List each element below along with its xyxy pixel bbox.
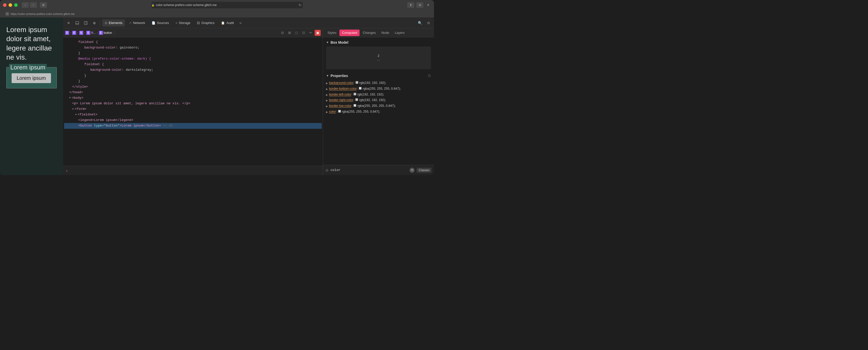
filter-icon: ⊙ xyxy=(326,168,329,172)
prop-colon: : xyxy=(351,92,352,97)
prop-name-border-left-color[interactable]: border-left-color xyxy=(329,92,351,97)
tab-url: https://color-scheme-prefers-color-schem… xyxy=(10,12,75,16)
tab-elements[interactable]: ⊞ Elements xyxy=(102,20,125,27)
close-devtools-button[interactable]: ✕ xyxy=(65,20,72,27)
prop-expand-arrow[interactable]: ▶ xyxy=(326,87,328,91)
color-swatch-1[interactable] xyxy=(355,81,358,84)
tab-graphics[interactable]: 🖼 Graphics xyxy=(194,20,217,27)
tab-node[interactable]: Node xyxy=(379,30,392,36)
url-text: color-scheme-prefers-color-scheme.glitch… xyxy=(156,3,217,7)
sidebar-button[interactable]: ⊞ xyxy=(40,2,47,8)
properties-options-icon[interactable]: ⊙ xyxy=(428,73,431,78)
prop-name-color[interactable]: color xyxy=(329,109,336,114)
more-tabs-button[interactable]: » xyxy=(238,20,243,26)
settings-button[interactable]: ⚙ xyxy=(425,20,432,27)
prop-value-border-bottom-color: rgba(255, 255, 255, 0.847); xyxy=(363,86,401,91)
code-line: </head> xyxy=(64,90,322,95)
address-bar[interactable]: 🔒 color-scheme-prefers-color-scheme.glit… xyxy=(151,2,303,8)
tab-audit[interactable]: 📋 Audit xyxy=(218,20,237,27)
breadcrumb-arrow-3: › xyxy=(84,31,85,35)
fieldset-demo: Lorem ipsum Lorem ipsum xyxy=(6,67,57,88)
code-line: @media (prefers-color-scheme: dark) { xyxy=(64,56,322,62)
collapse-arrow[interactable]: ▼ xyxy=(69,96,71,100)
dock-side-button[interactable] xyxy=(82,20,89,27)
properties-title: Properties xyxy=(331,74,348,78)
code-text: } xyxy=(78,51,80,56)
breadcrumb-item-2[interactable]: E xyxy=(72,31,76,35)
code-text: @media (prefers-color-scheme: dark) { xyxy=(78,56,151,62)
html-code-viewer: fieldset { background-color : gainsboro;… xyxy=(63,37,323,166)
prop-value-color: rgba(255, 255, 255, 0.847); xyxy=(342,109,380,114)
minimize-button[interactable] xyxy=(8,3,12,7)
code-text: <legend>Lorem ipsum</legend> xyxy=(78,117,133,123)
prop-name-border-right-color[interactable]: border-right-color xyxy=(329,98,353,103)
element-badge-5: E xyxy=(99,31,103,35)
legend-text: Lorem ipsum xyxy=(9,64,47,71)
code-line: } xyxy=(64,51,322,56)
new-tab-icon[interactable]: ⧉ xyxy=(416,2,424,8)
inspect-element-button[interactable]: ⊕ xyxy=(91,20,98,27)
tab-network[interactable]: ↗ Network xyxy=(126,20,148,27)
tab-sources[interactable]: 📄 Sources xyxy=(149,20,172,27)
code-text: } xyxy=(84,73,86,79)
grid-tool-3[interactable]: ◻ xyxy=(293,30,300,36)
color-swatch-4[interactable] xyxy=(355,98,358,101)
back-button[interactable]: ‹ xyxy=(22,2,29,8)
page-paragraph: Lorem ipsum dolor sit amet, legere ancil… xyxy=(6,25,57,62)
dock-bottom-button[interactable] xyxy=(74,20,81,27)
tab-styles[interactable]: Styles xyxy=(325,30,339,36)
collapse-arrow[interactable]: ▼ xyxy=(72,107,74,111)
demo-button[interactable]: Lorem ipsum xyxy=(11,73,51,83)
code-text: <p> Lorem ipsum dolor sit amet, legere a… xyxy=(72,101,190,106)
maximize-button[interactable] xyxy=(14,3,18,7)
share-button[interactable]: ⬆ xyxy=(407,2,414,8)
tab-storage[interactable]: ≡ Storage xyxy=(173,20,193,27)
collapse-arrow[interactable]: ▼ xyxy=(75,113,77,117)
grid-tool-4[interactable]: ⊡ xyxy=(301,30,307,36)
breadcrumb-item-5[interactable]: E button xyxy=(99,31,112,35)
box-model-section-header[interactable]: ▼ Box Model xyxy=(326,40,431,45)
tab-changes[interactable]: Changes xyxy=(360,30,378,36)
color-swatch-6[interactable] xyxy=(338,110,341,113)
prop-expand-arrow[interactable]: ▶ xyxy=(326,98,328,102)
color-swatch-2[interactable] xyxy=(359,87,362,90)
tab-layers[interactable]: Layers xyxy=(392,30,407,36)
grid-tool-1[interactable]: ⊟ xyxy=(279,30,285,36)
tab-elements-label: Elements xyxy=(109,21,122,25)
prop-name-border-top-color[interactable]: border-top-color xyxy=(329,104,351,108)
grid-tool-2[interactable]: ⊠ xyxy=(286,30,292,36)
properties-section-header[interactable]: ▼ Properties ⊙ xyxy=(326,73,431,78)
title-bar-right: ⬆ ⧉ + xyxy=(407,2,431,8)
breadcrumb-arrow-1: › xyxy=(70,31,71,35)
filter-input[interactable] xyxy=(331,168,407,172)
graphics-icon: 🖼 xyxy=(197,21,200,25)
close-button[interactable] xyxy=(3,3,6,7)
breadcrumb-item-1[interactable]: E xyxy=(65,31,69,35)
prop-expand-arrow[interactable]: ▶ xyxy=(326,104,328,108)
active-tab[interactable]: C https://color-scheme-prefers-color-sch… xyxy=(3,10,77,18)
prop-expand-arrow[interactable]: ▶ xyxy=(326,81,328,85)
filter-clear-button[interactable]: ✕ xyxy=(409,168,414,173)
selected-code-line[interactable]: <button type ="button" >Lorem ipsum</but… xyxy=(64,123,322,128)
search-button[interactable]: 🔍 xyxy=(416,20,424,27)
breadcrumb-item-4[interactable]: E fil... xyxy=(86,31,96,35)
tab-computed[interactable]: Computed xyxy=(339,30,360,36)
prop-expand-arrow[interactable]: ▶ xyxy=(326,110,328,114)
tab-sources-label: Sources xyxy=(157,21,169,25)
prop-name-border-bottom-color[interactable]: border-bottom-color xyxy=(329,86,357,91)
devtools-toolbar: ✕ ⊕ ⊞ Elements xyxy=(63,18,434,28)
color-swatch-5[interactable] xyxy=(353,104,356,107)
main-area: Lorem ipsum dolor sit amet, legere ancil… xyxy=(0,18,434,175)
prop-name-background-color[interactable]: background-color xyxy=(329,81,353,85)
color-tool[interactable]: ▣ xyxy=(315,30,321,36)
add-tab-button[interactable]: + xyxy=(426,2,431,8)
breadcrumb-item-3[interactable]: E xyxy=(79,31,83,35)
color-swatch-3[interactable] xyxy=(353,93,356,95)
code-line: } xyxy=(64,73,322,79)
reload-button[interactable]: ↻ xyxy=(297,2,303,8)
paint-tool[interactable]: ✏ xyxy=(308,30,314,36)
prop-expand-arrow[interactable]: ▶ xyxy=(326,93,328,97)
forward-button[interactable]: › xyxy=(30,2,37,8)
code-line: background-color : gainsboro; xyxy=(64,45,322,51)
classes-button[interactable]: Classes xyxy=(416,168,432,173)
